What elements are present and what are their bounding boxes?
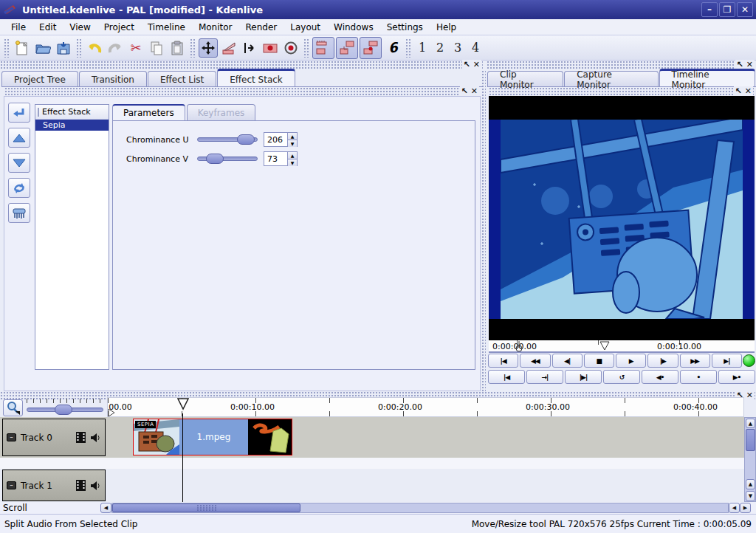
menu-windows[interactable]: Windows (327, 21, 380, 34)
cut-button[interactable]: ✂ (126, 38, 145, 58)
dock-close-icon[interactable]: ✕ (471, 86, 478, 97)
menu-timeline[interactable]: Timeline (141, 21, 192, 34)
frame-back-button[interactable]: ◀| (552, 354, 583, 368)
snap-insert-button[interactable] (336, 37, 358, 59)
dock-close-icon[interactable]: ✕ (473, 60, 480, 70)
track-0-header[interactable]: – Track 0 (2, 419, 106, 456)
chrominance-v-slider[interactable] (197, 157, 258, 161)
timeline-clip-1mpeg[interactable]: SEPIA 1.mpeg (133, 419, 292, 455)
undo-button[interactable] (85, 38, 104, 58)
reset-effect-button[interactable] (8, 178, 30, 198)
tab-timeline-monitor[interactable]: Timeline Monitor (659, 69, 755, 86)
go-to-outpoint-button[interactable]: →| (526, 370, 563, 384)
track-1-lane[interactable] (0, 469, 744, 502)
tab-project-tree[interactable]: Project Tree (1, 71, 78, 86)
delete-effect-button[interactable] (8, 203, 30, 223)
spin-down-icon[interactable]: ▼ (288, 159, 297, 166)
slider-handle[interactable] (206, 154, 224, 164)
layout-4-button[interactable]: 4 (467, 38, 484, 58)
tab-effect-stack[interactable]: Effect Stack (217, 69, 295, 86)
dock-restore-icon[interactable]: ↖ (464, 60, 470, 70)
menu-file[interactable]: File (4, 21, 32, 34)
rewind-button[interactable]: ◀◀ (520, 354, 550, 368)
dock-close-icon[interactable]: ✕ (745, 86, 752, 97)
menu-project[interactable]: Project (97, 21, 141, 34)
toolbar-handle[interactable] (405, 38, 411, 58)
titlebar[interactable]: Untitled.kdenlive - PAL [modified] - Kde… (0, 0, 756, 19)
save-button[interactable] (54, 38, 73, 58)
zero-marker-icon[interactable] (514, 341, 524, 352)
chrominance-u-slider[interactable] (197, 137, 258, 142)
menu-edit[interactable]: Edit (32, 21, 63, 34)
go-to-inpoint-button[interactable]: |◀ (488, 370, 525, 384)
paste-button[interactable] (168, 38, 187, 58)
minimize-button[interactable]: – (701, 2, 718, 17)
monitor-playhead[interactable] (599, 341, 610, 351)
copy-button[interactable] (147, 38, 166, 58)
tab-transition[interactable]: Transition (79, 71, 147, 86)
open-button[interactable] (33, 38, 52, 58)
monitor-ruler[interactable]: 0:00:00.00 0:00:10.00 (489, 340, 755, 353)
timeline-vscrollbar[interactable]: ▲ ▲ ▼ (744, 417, 756, 502)
razor-tool-button[interactable] (219, 38, 238, 58)
move-effect-down-button[interactable] (8, 153, 30, 173)
spin-down-icon[interactable]: ▼ (288, 140, 297, 147)
toolbar-handle[interactable] (303, 38, 309, 58)
chrominance-u-spinbox[interactable]: 206 ▲▼ (264, 132, 298, 147)
menu-render[interactable]: Render (239, 21, 284, 34)
scroll-down-icon[interactable]: ▼ (746, 491, 755, 501)
loop-button[interactable]: ↺ (603, 370, 640, 384)
tab-clip-monitor[interactable]: Clip Monitor (487, 71, 563, 86)
zoom-slider[interactable] (27, 408, 103, 412)
dock-close-icon[interactable]: ✕ (746, 391, 753, 401)
menu-view[interactable]: View (63, 21, 97, 34)
set-outpoint-button[interactable]: ▶• (718, 370, 755, 384)
slider-handle[interactable] (237, 134, 255, 145)
hscroll-thumb[interactable] (112, 503, 300, 512)
magnet-button[interactable]: 6 (383, 38, 402, 58)
record-tool-button[interactable] (281, 38, 300, 58)
go-to-start-button[interactable]: |◀ (488, 354, 518, 368)
timeline-zoom-button[interactable] (3, 399, 23, 416)
timeline-hscrollbar[interactable] (111, 503, 729, 513)
effect-item-sepia[interactable]: Sepia (35, 120, 109, 131)
move-tool-button[interactable] (199, 38, 218, 58)
collapse-track-icon[interactable]: – (7, 433, 16, 441)
tab-capture-monitor[interactable]: Capture Monitor (564, 71, 658, 86)
stop-button[interactable]: ■ (584, 354, 614, 368)
spin-value[interactable]: 73 (264, 152, 287, 165)
redo-button[interactable] (106, 38, 125, 58)
layout-2-button[interactable]: 2 (431, 38, 449, 58)
chrominance-v-spinbox[interactable]: 73 ▲▼ (264, 151, 298, 166)
timeline-playhead[interactable] (177, 398, 189, 410)
spin-up-icon[interactable]: ▲ (288, 133, 297, 140)
toolbar-handle[interactable] (76, 38, 82, 58)
layout-1-button[interactable]: 1 (413, 38, 431, 58)
dock-splitter[interactable] (481, 70, 486, 391)
effect-stack-list-header[interactable]: Effect Stack (35, 105, 109, 120)
frame-forward-button[interactable]: |▶ (647, 354, 678, 368)
collapse-track-icon[interactable]: – (7, 481, 16, 489)
track-0-lane[interactable] (0, 417, 744, 458)
toolbar-handle[interactable] (190, 38, 196, 58)
restore-button[interactable]: ❐ (719, 2, 735, 17)
dock-restore-icon[interactable]: ↖ (461, 86, 468, 97)
snap-normal-button[interactable] (312, 37, 334, 59)
spin-value[interactable]: 206 (264, 133, 287, 146)
play-section-button[interactable]: |▶| (565, 370, 602, 384)
scroll-up-icon[interactable]: ▲ (746, 479, 755, 489)
vscroll-thumb[interactable] (746, 429, 755, 451)
new-file-button[interactable] (13, 38, 32, 58)
apply-effect-button[interactable] (8, 103, 30, 123)
tab-effect-list[interactable]: Effect List (148, 71, 216, 86)
spin-arrows[interactable]: ▲▼ (287, 133, 297, 146)
clip-body[interactable]: 1.mpeg (179, 419, 248, 455)
set-marker-button[interactable]: • (680, 370, 717, 384)
fast-forward-button[interactable]: ▶▶ (680, 354, 710, 368)
zoom-slider-handle[interactable] (55, 405, 72, 415)
scroll-up-icon[interactable]: ▲ (746, 419, 755, 428)
scroll-left-icon[interactable]: ◀ (100, 503, 111, 513)
tab-keyframes[interactable]: Keyframes (187, 104, 256, 120)
snap-overwrite-button[interactable] (360, 37, 382, 59)
record-led[interactable] (743, 354, 755, 367)
